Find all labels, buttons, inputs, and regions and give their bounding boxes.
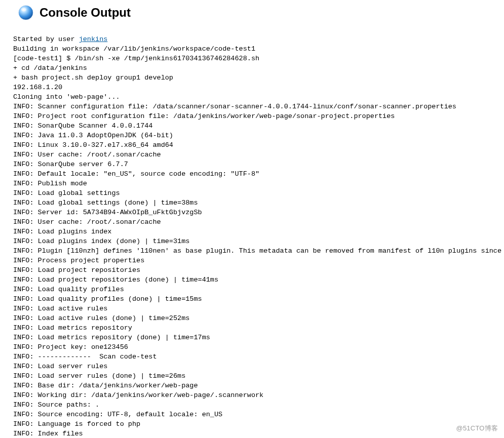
console-line: INFO: Source encoding: UTF-8, default lo…: [13, 410, 504, 419]
console-line: INFO: SonarQube server 6.7.7: [13, 160, 504, 169]
started-by-prefix: Started by user: [13, 35, 79, 43]
console-line: INFO: Index files: [13, 429, 504, 438]
console-line: INFO: Load plugins index (done) | time=3…: [13, 236, 504, 246]
console-line: INFO: Load quality profiles: [13, 285, 504, 294]
status-orb-icon: [17, 4, 34, 21]
console-line: INFO: Load global settings (done) | time…: [13, 198, 504, 208]
console-line: INFO: SonarQube Scanner 4.0.0.1744: [13, 121, 504, 131]
console-line: INFO: Load metrics repository: [13, 323, 504, 333]
console-line: INFO: Load metrics repository (done) | t…: [13, 333, 504, 342]
console-line: INFO: Default locale: "en_US", source co…: [13, 169, 504, 179]
console-line: INFO: Load quality profiles (done) | tim…: [13, 294, 504, 304]
console-line: INFO: Load server rules: [13, 362, 504, 371]
page-header: Console Output: [0, 0, 504, 25]
console-line: INFO: Load project repositories (done) |…: [13, 275, 504, 285]
console-line: INFO: Language is forced to php: [13, 419, 504, 429]
watermark-text: @51CTO博客: [456, 424, 498, 433]
console-line: INFO: Load active rules: [13, 304, 504, 313]
console-line: INFO: Load global settings: [13, 188, 504, 198]
console-line: INFO: Plugin [l10nzh] defines 'l10nen' a…: [13, 246, 504, 256]
console-line: INFO: Load active rules (done) | time=25…: [13, 313, 504, 323]
console-line: INFO: ------------- Scan code-test: [13, 352, 504, 362]
console-line: INFO: Java 11.0.3 AdoptOpenJDK (64-bit): [13, 131, 504, 140]
console-line: INFO: Load project repositories: [13, 265, 504, 275]
console-line: INFO: Working dir: /data/jenkins/worker/…: [13, 390, 504, 400]
svg-point-0: [19, 6, 33, 20]
console-line: INFO: Source paths: .: [13, 400, 504, 410]
console-line: INFO: Linux 3.10.0-327.el7.x86_64 amd64: [13, 140, 504, 150]
console-line: Started by user jenkins: [13, 34, 504, 44]
console-line: Cloning into 'web-page'...: [13, 92, 504, 102]
started-by-user-link[interactable]: jenkins: [79, 35, 108, 43]
console-line: INFO: Project root configuration file: /…: [13, 111, 504, 121]
console-output: Started by user jenkinsBuilding in works…: [0, 25, 504, 438]
console-line: INFO: User cache: /root/.sonar/cache: [13, 150, 504, 160]
console-line: 192.168.1.20: [13, 83, 504, 92]
console-line: [code-test1] $ /bin/sh -xe /tmp/jenkins6…: [13, 54, 504, 63]
console-line: INFO: Load plugins index: [13, 227, 504, 236]
console-line: INFO: Base dir: /data/jenkins/worker/web…: [13, 381, 504, 390]
console-line: INFO: Publish mode: [13, 179, 504, 188]
console-line: INFO: Scanner configuration file: /data/…: [13, 102, 504, 111]
console-line: INFO: User cache: /root/.sonar/cache: [13, 217, 504, 227]
console-line: + bash project.sh deploy group1 develop: [13, 73, 504, 83]
console-line: INFO: Process project properties: [13, 256, 504, 265]
page-title: Console Output: [40, 6, 131, 20]
svg-point-1: [21, 8, 26, 12]
console-line: Building in workspace /var/lib/jenkins/w…: [13, 44, 504, 54]
console-line: INFO: Server id: 5A734B94-AWxOIpB_uFktGb…: [13, 208, 504, 217]
console-line: INFO: Load server rules (done) | time=26…: [13, 371, 504, 381]
console-line: + cd /data/jenkins: [13, 63, 504, 73]
console-line: INFO: Project key: one123456: [13, 342, 504, 352]
